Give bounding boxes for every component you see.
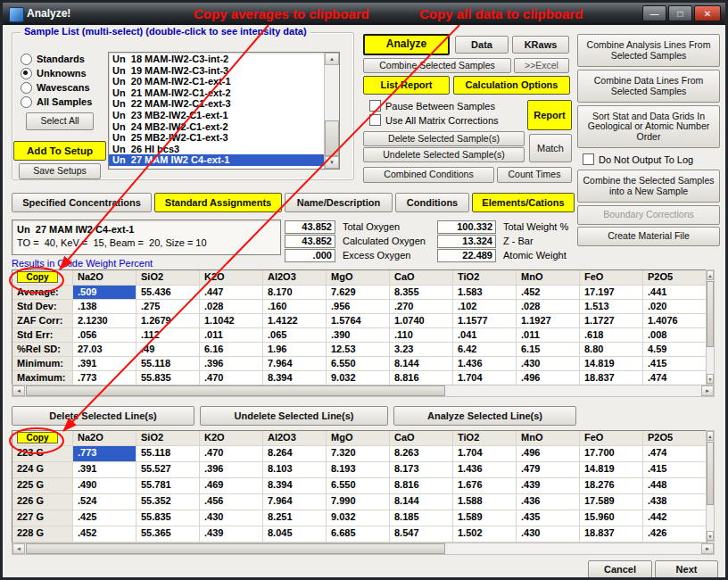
grid-cell[interactable]: .102 bbox=[453, 300, 517, 314]
title-bar[interactable]: Analyze! — □ ✕ bbox=[3, 3, 725, 25]
grid-cell[interactable]: .439 bbox=[517, 478, 580, 494]
grid-cell[interactable]: 9.032 bbox=[327, 510, 390, 526]
grid-cell[interactable]: .275 bbox=[136, 300, 200, 314]
grid-cell[interactable]: .430 bbox=[517, 526, 580, 543]
do-not-output-to-log-checkbox[interactable]: Do Not Output To Log bbox=[583, 153, 693, 165]
grid-cell[interactable]: 15.960 bbox=[580, 510, 643, 526]
grid-cell[interactable]: .011 bbox=[200, 328, 263, 343]
save-setups-button[interactable]: Save Setups bbox=[19, 163, 101, 179]
sort-grids-button[interactable]: Sort Stat and Data Grids In Geological o… bbox=[577, 105, 720, 148]
grid-cell[interactable]: 8.547 bbox=[390, 526, 453, 543]
grid-cell[interactable]: 18.837 bbox=[580, 526, 643, 543]
combine-into-new-sample-button[interactable]: Combine the Selected Samples into a New … bbox=[577, 170, 720, 203]
grid-cell[interactable]: 1.589 bbox=[453, 510, 517, 526]
grid-cell[interactable]: .470 bbox=[200, 446, 263, 462]
cancel-button[interactable]: Cancel bbox=[588, 560, 652, 578]
grid-cell[interactable]: .056 bbox=[73, 328, 136, 343]
grid-cell[interactable]: .956 bbox=[327, 300, 390, 314]
grid-cell[interactable]: 8.816 bbox=[390, 371, 453, 385]
sample-list-item[interactable]: Un 25 MB2-IW2-C1-ext-3 bbox=[109, 132, 324, 144]
grid-cell[interactable]: .452 bbox=[73, 526, 136, 543]
grid-cell[interactable]: 8.263 bbox=[390, 446, 453, 462]
grid-cell[interactable]: 55.118 bbox=[136, 357, 200, 371]
grid-cell[interactable]: .49 bbox=[136, 343, 200, 357]
grid-cell[interactable]: .396 bbox=[200, 357, 263, 371]
grid-cell[interactable]: 7.964 bbox=[263, 357, 327, 371]
grid-cell[interactable]: 1.4122 bbox=[263, 314, 327, 328]
grid-cell[interactable]: .415 bbox=[643, 357, 707, 371]
grid-cell[interactable]: .008 bbox=[643, 328, 707, 343]
grid-cell[interactable]: 17.197 bbox=[580, 286, 643, 300]
grid-cell[interactable]: 1.0740 bbox=[390, 314, 453, 328]
grid-cell[interactable]: .110 bbox=[390, 328, 453, 343]
grid-cell[interactable]: .028 bbox=[517, 300, 580, 314]
data-grid-hscrollbar[interactable]: ◄ ► bbox=[12, 543, 715, 555]
grid-cell[interactable]: 6.685 bbox=[327, 526, 390, 543]
scrollbar-track[interactable] bbox=[25, 385, 701, 396]
scroll-right-button[interactable]: ► bbox=[701, 385, 714, 396]
scroll-right-button[interactable]: ► bbox=[701, 543, 714, 554]
grid-cell[interactable]: .618 bbox=[580, 328, 643, 343]
grid-cell[interactable]: 8.264 bbox=[263, 446, 327, 462]
tab-elements-cations[interactable]: Elements/Cations bbox=[472, 193, 575, 212]
tab-standard-assignments[interactable]: Standard Assignments bbox=[154, 193, 282, 212]
grid-cell[interactable]: 18.276 bbox=[580, 478, 643, 494]
grid-cell[interactable]: 8.170 bbox=[263, 286, 327, 300]
scroll-down-button[interactable]: ▼ bbox=[707, 374, 714, 384]
grid-cell[interactable]: .438 bbox=[643, 494, 707, 510]
grid-cell[interactable]: .138 bbox=[73, 300, 136, 314]
grid-cell[interactable]: 2.1230 bbox=[73, 314, 136, 328]
grid-cell[interactable]: 8.251 bbox=[263, 510, 327, 526]
stats-grid-hscrollbar[interactable]: ◄ ► bbox=[12, 385, 715, 397]
grid-cell[interactable]: .456 bbox=[200, 494, 263, 510]
grid-cell[interactable]: 1.502 bbox=[453, 526, 517, 543]
scrollbar-track[interactable] bbox=[707, 441, 714, 531]
use-all-matrix-corrections-checkbox[interactable]: Use All Matrix Corrections bbox=[369, 114, 499, 126]
grid-cell[interactable]: 7.629 bbox=[327, 286, 390, 300]
grid-cell[interactable]: .470 bbox=[200, 371, 263, 385]
grid-cell[interactable]: .020 bbox=[643, 300, 707, 314]
grid-cell[interactable]: 6.550 bbox=[327, 478, 390, 494]
minimize-button[interactable]: — bbox=[642, 5, 666, 21]
scroll-left-button[interactable]: ◄ bbox=[12, 543, 25, 554]
excel-button[interactable]: >>Excel bbox=[514, 58, 569, 73]
grid-cell[interactable]: .447 bbox=[200, 286, 263, 300]
grid-cell[interactable]: 1.436 bbox=[453, 462, 517, 478]
grid-cell[interactable]: .469 bbox=[200, 478, 263, 494]
combined-conditions-button[interactable]: Combined Conditions bbox=[363, 167, 494, 183]
grid-cell[interactable]: .430 bbox=[200, 510, 263, 526]
grid-cell[interactable]: 55.835 bbox=[136, 371, 200, 385]
grid-cell[interactable]: .524 bbox=[73, 494, 136, 510]
grid-cell[interactable]: .065 bbox=[263, 328, 327, 343]
scroll-down-button[interactable]: ▼ bbox=[325, 156, 339, 169]
radio-standards[interactable]: Standards bbox=[21, 52, 106, 66]
grid-cell[interactable]: .439 bbox=[200, 526, 263, 543]
scroll-up-button[interactable]: ▲ bbox=[325, 53, 339, 65]
radio-unknowns[interactable]: Unknowns bbox=[21, 66, 106, 80]
delete-selected-samples-button[interactable]: Delete Selected Sample(s) bbox=[363, 131, 525, 146]
scroll-down-button[interactable]: ▼ bbox=[707, 531, 714, 541]
report-button[interactable]: Report bbox=[527, 100, 572, 130]
grid-cell[interactable]: 1.1727 bbox=[580, 314, 643, 328]
delete-selected-lines-button[interactable]: Delete Selected Line(s) bbox=[12, 406, 194, 426]
grid-cell[interactable]: 6.42 bbox=[453, 343, 517, 357]
scroll-up-button[interactable]: ▲ bbox=[707, 431, 714, 441]
grid-cell[interactable]: 6.550 bbox=[327, 357, 390, 371]
close-button[interactable]: ✕ bbox=[694, 5, 721, 21]
grid-cell[interactable]: .270 bbox=[390, 300, 453, 314]
grid-cell[interactable]: 18.837 bbox=[580, 371, 643, 385]
grid-cell[interactable]: .160 bbox=[263, 300, 327, 314]
tab-conditions[interactable]: Conditions bbox=[395, 193, 469, 212]
add-to-setup-button[interactable]: Add To Setup bbox=[13, 141, 106, 161]
grid-cell[interactable]: 1.583 bbox=[453, 286, 517, 300]
grid-cell[interactable]: .479 bbox=[517, 462, 580, 478]
grid-cell[interactable]: 1.4076 bbox=[643, 314, 707, 328]
grid-cell[interactable]: 4.59 bbox=[643, 343, 707, 357]
grid-cell[interactable]: 1.1927 bbox=[517, 314, 580, 328]
grid-cell[interactable]: 8.355 bbox=[390, 286, 453, 300]
grid-cell[interactable]: 8.80 bbox=[580, 343, 643, 357]
data-button[interactable]: Data bbox=[455, 36, 509, 54]
scrollbar-thumb[interactable] bbox=[26, 543, 445, 554]
undelete-selected-lines-button[interactable]: Undelete Selected Line(s) bbox=[200, 406, 388, 426]
sample-list-item[interactable]: Un 19 MAM-IW2-C3-int-3 bbox=[109, 65, 324, 77]
